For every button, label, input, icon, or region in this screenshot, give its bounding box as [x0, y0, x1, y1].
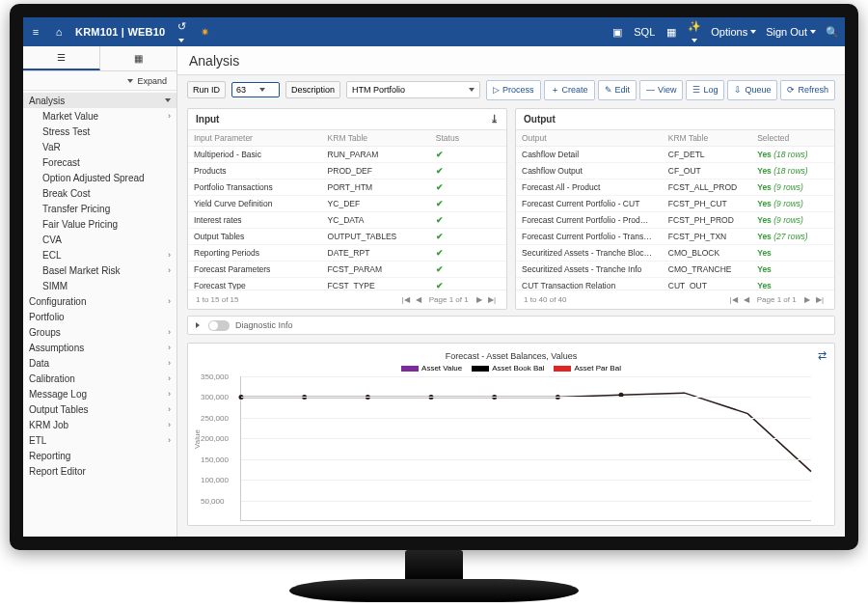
nav-item[interactable]: Stress Test	[23, 124, 176, 139]
table-row[interactable]: Forecast Current Portfolio - Prod…FCST_P…	[516, 212, 834, 229]
home-icon[interactable]: ⌂	[52, 26, 66, 38]
table-row[interactable]: Cashflow OutputCF_OUTYes (18 rows)	[516, 163, 834, 179]
gear-icon[interactable]: ✷	[198, 26, 211, 39]
table-row[interactable]: Output TablesOUTPUT_TABLES✔	[188, 229, 506, 245]
input-table: Input Parameter KRM Table Status Multipe…	[188, 130, 506, 290]
table-row[interactable]: Forecast Current Portfolio - CUTFCST_PH_…	[516, 196, 834, 212]
nav-item[interactable]: SIMM	[23, 278, 176, 293]
output-table: Output KRM Table Selected Cashflow Detai…	[516, 130, 834, 290]
refresh-button[interactable]: ⟳Refresh	[780, 80, 835, 100]
run-id-label: Run ID	[187, 81, 226, 98]
log-button[interactable]: ☰Log	[686, 80, 724, 100]
sync-icon[interactable]: ⇄	[818, 349, 827, 362]
input-pager[interactable]: |◀◀ Page 1 of 1 ▶▶|	[398, 295, 499, 304]
table-row[interactable]: Forecast All - ProductFCST_ALL_PRODYes (…	[516, 179, 834, 196]
nav-item[interactable]: Break Cost	[23, 185, 176, 201]
run-id-select[interactable]: 63	[231, 82, 280, 97]
sidebar-tab-grid[interactable]: ▦	[100, 46, 176, 70]
edit-button[interactable]: ✎Edit	[598, 80, 637, 100]
grid-icon[interactable]: ▦	[665, 26, 678, 39]
chart-title: Forecast - Asset Balances, Values	[196, 351, 827, 361]
nav-item[interactable]: Analysis	[23, 93, 176, 108]
legend-item[interactable]: Asset Value	[401, 364, 462, 372]
view-button[interactable]: —View	[639, 80, 683, 100]
signout-button[interactable]: Sign Out	[766, 26, 816, 38]
nav-item[interactable]: Calibration›	[23, 371, 176, 386]
nav-item[interactable]: Portfolio	[23, 309, 176, 324]
monitor-stand	[405, 550, 463, 583]
nav-item[interactable]: Market Value›	[23, 108, 176, 124]
legend-item[interactable]: Asset Book Bal	[472, 364, 544, 372]
window-icon[interactable]: ▣	[610, 26, 624, 39]
chevron-right-icon: ›	[168, 389, 171, 399]
page-title: Analysis	[177, 46, 845, 75]
nav-item[interactable]: CVA	[23, 232, 176, 247]
nav-item[interactable]: Basel Market Risk›	[23, 262, 176, 278]
process-button[interactable]: ▷Process	[486, 80, 541, 100]
nav-item[interactable]: Option Adjusted Spread	[23, 170, 176, 185]
diagnostic-toggle-row[interactable]: Diagnostic Info	[187, 316, 835, 335]
nav-item[interactable]: Transfer Pricing	[23, 201, 176, 216]
nav-item[interactable]: Groups›	[23, 324, 176, 340]
sidebar-tab-list[interactable]: ☰	[23, 46, 100, 70]
app-window: ≡ ⌂ KRM101 | WEB10 ↺ ✷ ▣ SQL ▦ ✨ Options…	[10, 4, 858, 550]
chevron-right-icon	[196, 322, 203, 328]
table-row[interactable]: Securitized Assets - Tranche InfoCMO_TRA…	[516, 262, 834, 278]
table-row[interactable]: Forecast ParametersFCST_PARAM✔	[188, 262, 506, 278]
run-controls: Run ID 63 Description HTM Portfolio ▷Pro…	[177, 75, 845, 104]
nav-item[interactable]: Forecast	[23, 154, 176, 170]
search-icon[interactable]: 🔍	[826, 26, 839, 39]
chevron-right-icon: ›	[168, 358, 171, 368]
topbar: ≡ ⌂ KRM101 | WEB10 ↺ ✷ ▣ SQL ▦ ✨ Options…	[23, 17, 845, 46]
table-row[interactable]: ProductsPROD_DEF✔	[188, 163, 506, 179]
table-row[interactable]: CUT Transaction RelationCUT_OUTYes	[516, 278, 834, 290]
check-icon: ✔	[436, 264, 444, 274]
output-row-count: 1 to 40 of 40	[524, 295, 566, 304]
nav-item[interactable]: KRM Job›	[23, 417, 176, 432]
nav-tree: AnalysisMarket Value›Stress TestVaRForec…	[23, 91, 176, 537]
nav-item[interactable]: Output Tables›	[23, 401, 176, 417]
sql-button[interactable]: SQL	[634, 26, 655, 38]
nav-item[interactable]: VaR	[23, 139, 176, 154]
menu-icon[interactable]: ≡	[29, 26, 42, 38]
description-field[interactable]: HTM Portfolio	[346, 81, 480, 98]
nav-item[interactable]: Configuration›	[23, 293, 176, 309]
chevron-right-icon: ›	[168, 420, 171, 429]
nav-item[interactable]: Fair Value Pricing	[23, 216, 176, 232]
create-button[interactable]: ＋Create	[544, 80, 595, 100]
nav-item[interactable]: Assumptions›	[23, 340, 176, 355]
table-row[interactable]: Interest ratesYC_DATA✔	[188, 212, 506, 229]
output-pager[interactable]: |◀◀ Page 1 of 1 ▶▶|	[726, 295, 827, 304]
table-row[interactable]: Forecast TypeFCST_TYPE✔	[188, 278, 506, 290]
nav-item[interactable]: Report Editor	[23, 463, 176, 479]
wand-icon[interactable]: ✨	[688, 20, 701, 44]
table-row[interactable]: Yield Curve DefinitionYC_DEF✔	[188, 196, 506, 212]
download-icon[interactable]: ⤓	[490, 113, 499, 125]
y-tick-label: 300,000	[201, 393, 229, 401]
chart-plot: Value 50,000100,000150,000200,000250,000…	[240, 376, 811, 521]
output-panel: Output Output KRM Table Selected Cashflo…	[515, 108, 835, 310]
table-row[interactable]: Securitized Assets - Tranche Bloc…CMO_BL…	[516, 245, 834, 262]
table-row[interactable]: Cashflow DetailCF_DETLYes (18 rows)	[516, 147, 834, 163]
nav-item[interactable]: ECL›	[23, 247, 176, 262]
nav-item[interactable]: Data›	[23, 355, 176, 371]
table-row[interactable]: Forecast Current Portfolio - Trans…FCST_…	[516, 229, 834, 245]
table-row[interactable]: Multiperiod - BasicRUN_PARAM✔	[188, 147, 506, 163]
table-row[interactable]: Reporting PeriodsDATE_RPT✔	[188, 245, 506, 262]
nav-item[interactable]: ETL›	[23, 432, 176, 448]
sidebar-tabs: ☰ ▦	[23, 46, 176, 71]
sidebar: ☰ ▦ Expand AnalysisMarket Value›Stress T…	[23, 46, 177, 537]
history-icon[interactable]: ↺	[175, 20, 188, 44]
options-button[interactable]: Options	[711, 26, 756, 38]
chevron-right-icon: ›	[168, 327, 171, 337]
nav-item[interactable]: Reporting	[23, 448, 176, 463]
input-panel: Input ⤓ Input Parameter KRM Table Status…	[187, 108, 507, 310]
expand-toggle[interactable]: Expand	[23, 71, 176, 91]
y-tick-label: 250,000	[201, 413, 229, 422]
chevron-right-icon: ›	[168, 265, 171, 275]
queue-button[interactable]: ⇩Queue	[727, 80, 777, 100]
legend-item[interactable]: Asset Par Bal	[554, 364, 620, 372]
table-row[interactable]: Portfolio TransactionsPORT_HTM✔	[188, 179, 506, 196]
nav-item[interactable]: Message Log›	[23, 386, 176, 401]
chevron-right-icon: ›	[168, 296, 171, 306]
